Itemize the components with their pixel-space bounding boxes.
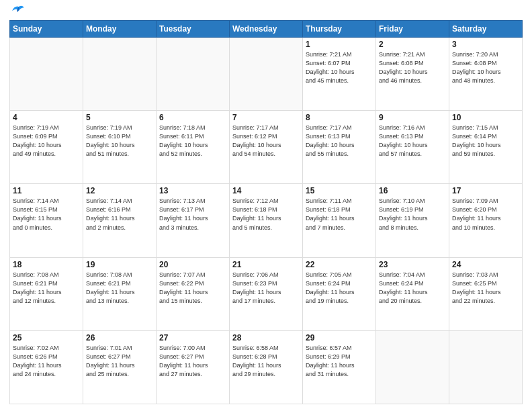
- day-info: Sunrise: 7:08 AM Sunset: 6:21 PM Dayligh…: [86, 271, 153, 306]
- day-info: Sunrise: 7:08 AM Sunset: 6:21 PM Dayligh…: [13, 271, 80, 306]
- day-info: Sunrise: 7:14 AM Sunset: 6:16 PM Dayligh…: [86, 197, 153, 232]
- calendar-cell: [10, 38, 83, 111]
- day-number: 21: [232, 260, 300, 269]
- calendar-cell: 3Sunrise: 7:20 AM Sunset: 6:08 PM Daylig…: [449, 38, 523, 111]
- day-number: 16: [379, 186, 446, 195]
- calendar-cell: 15Sunrise: 7:11 AM Sunset: 6:18 PM Dayli…: [303, 184, 376, 257]
- calendar-cell: 11Sunrise: 7:14 AM Sunset: 6:15 PM Dayli…: [10, 184, 83, 257]
- day-number: 11: [13, 186, 80, 195]
- logo: [9, 9, 26, 16]
- day-info: Sunrise: 7:03 AM Sunset: 6:25 PM Dayligh…: [452, 271, 519, 306]
- calendar-cell: 9Sunrise: 7:16 AM Sunset: 6:13 PM Daylig…: [376, 111, 449, 184]
- calendar-cell: 17Sunrise: 7:09 AM Sunset: 6:20 PM Dayli…: [449, 184, 523, 257]
- day-info: Sunrise: 7:06 AM Sunset: 6:23 PM Dayligh…: [232, 271, 300, 306]
- weekday-header-row: SundayMondayTuesdayWednesdayThursdayFrid…: [10, 21, 523, 38]
- day-info: Sunrise: 7:20 AM Sunset: 6:08 PM Dayligh…: [452, 50, 519, 85]
- week-row-4: 25Sunrise: 7:02 AM Sunset: 6:26 PM Dayli…: [10, 330, 523, 404]
- week-row-0: 1Sunrise: 7:21 AM Sunset: 6:07 PM Daylig…: [10, 38, 523, 111]
- calendar-cell: 23Sunrise: 7:04 AM Sunset: 6:24 PM Dayli…: [376, 257, 449, 330]
- calendar-cell: 21Sunrise: 7:06 AM Sunset: 6:23 PM Dayli…: [230, 257, 303, 330]
- day-number: 10: [452, 113, 519, 122]
- calendar-cell: 29Sunrise: 6:57 AM Sunset: 6:29 PM Dayli…: [303, 330, 376, 404]
- calendar-cell: 24Sunrise: 7:03 AM Sunset: 6:25 PM Dayli…: [449, 257, 523, 330]
- calendar-cell: 22Sunrise: 7:05 AM Sunset: 6:24 PM Dayli…: [303, 257, 376, 330]
- week-row-2: 11Sunrise: 7:14 AM Sunset: 6:15 PM Dayli…: [10, 184, 523, 257]
- day-info: Sunrise: 7:12 AM Sunset: 6:18 PM Dayligh…: [232, 197, 300, 232]
- calendar-cell: 19Sunrise: 7:08 AM Sunset: 6:21 PM Dayli…: [83, 257, 157, 330]
- calendar-cell: 28Sunrise: 6:58 AM Sunset: 6:28 PM Dayli…: [230, 330, 303, 404]
- day-info: Sunrise: 7:18 AM Sunset: 6:11 PM Dayligh…: [159, 124, 226, 158]
- day-number: 13: [159, 186, 226, 195]
- day-number: 24: [452, 260, 519, 269]
- calendar-cell: 14Sunrise: 7:12 AM Sunset: 6:18 PM Dayli…: [230, 184, 303, 257]
- calendar-cell: 7Sunrise: 7:17 AM Sunset: 6:12 PM Daylig…: [230, 111, 303, 184]
- weekday-header-tuesday: Tuesday: [157, 21, 230, 38]
- logo-bird-icon: [11, 4, 26, 16]
- calendar-cell: 18Sunrise: 7:08 AM Sunset: 6:21 PM Dayli…: [10, 257, 83, 330]
- day-info: Sunrise: 7:09 AM Sunset: 6:20 PM Dayligh…: [452, 197, 519, 232]
- day-number: 27: [159, 333, 226, 342]
- day-number: 12: [86, 186, 153, 195]
- calendar-cell: 8Sunrise: 7:17 AM Sunset: 6:13 PM Daylig…: [303, 111, 376, 184]
- weekday-header-monday: Monday: [83, 21, 157, 38]
- week-row-3: 18Sunrise: 7:08 AM Sunset: 6:21 PM Dayli…: [10, 257, 523, 330]
- day-info: Sunrise: 7:00 AM Sunset: 6:27 PM Dayligh…: [159, 344, 226, 379]
- calendar-cell: 27Sunrise: 7:00 AM Sunset: 6:27 PM Dayli…: [157, 330, 230, 404]
- calendar-cell: [83, 38, 157, 111]
- weekday-header-saturday: Saturday: [449, 21, 523, 38]
- day-number: 25: [13, 333, 80, 342]
- calendar-cell: 13Sunrise: 7:13 AM Sunset: 6:17 PM Dayli…: [157, 184, 230, 257]
- day-number: 18: [13, 260, 80, 269]
- day-info: Sunrise: 7:21 AM Sunset: 6:08 PM Dayligh…: [379, 50, 446, 85]
- calendar-cell: 5Sunrise: 7:19 AM Sunset: 6:10 PM Daylig…: [83, 111, 157, 184]
- day-info: Sunrise: 7:21 AM Sunset: 6:07 PM Dayligh…: [306, 50, 373, 85]
- calendar-cell: [157, 38, 230, 111]
- weekday-header-thursday: Thursday: [303, 21, 376, 38]
- calendar-cell: [376, 330, 449, 404]
- day-number: 6: [159, 113, 226, 122]
- page: SundayMondayTuesdayWednesdayThursdayFrid…: [0, 0, 532, 411]
- weekday-header-wednesday: Wednesday: [230, 21, 303, 38]
- day-number: 1: [306, 40, 373, 49]
- day-number: 23: [379, 260, 446, 269]
- header: [9, 7, 523, 16]
- calendar-cell: 2Sunrise: 7:21 AM Sunset: 6:08 PM Daylig…: [376, 38, 449, 111]
- day-number: 26: [86, 333, 153, 342]
- calendar-cell: [230, 38, 303, 111]
- day-info: Sunrise: 7:17 AM Sunset: 6:13 PM Dayligh…: [306, 124, 373, 158]
- calendar-cell: [449, 330, 523, 404]
- day-info: Sunrise: 7:10 AM Sunset: 6:19 PM Dayligh…: [379, 197, 446, 232]
- day-info: Sunrise: 7:04 AM Sunset: 6:24 PM Dayligh…: [379, 271, 446, 306]
- day-number: 19: [86, 260, 153, 269]
- day-number: 17: [452, 186, 519, 195]
- day-info: Sunrise: 7:15 AM Sunset: 6:14 PM Dayligh…: [452, 124, 519, 158]
- day-info: Sunrise: 7:17 AM Sunset: 6:12 PM Dayligh…: [232, 124, 300, 158]
- day-number: 20: [159, 260, 226, 269]
- calendar-table: SundayMondayTuesdayWednesdayThursdayFrid…: [9, 20, 523, 404]
- day-info: Sunrise: 7:02 AM Sunset: 6:26 PM Dayligh…: [13, 344, 80, 379]
- calendar-cell: 4Sunrise: 7:19 AM Sunset: 6:09 PM Daylig…: [10, 111, 83, 184]
- day-info: Sunrise: 7:13 AM Sunset: 6:17 PM Dayligh…: [159, 197, 226, 232]
- day-info: Sunrise: 7:14 AM Sunset: 6:15 PM Dayligh…: [13, 197, 80, 232]
- day-info: Sunrise: 7:11 AM Sunset: 6:18 PM Dayligh…: [306, 197, 373, 232]
- day-number: 14: [232, 186, 300, 195]
- day-number: 3: [452, 40, 519, 49]
- weekday-header-sunday: Sunday: [10, 21, 83, 38]
- day-info: Sunrise: 7:05 AM Sunset: 6:24 PM Dayligh…: [306, 271, 373, 306]
- day-number: 2: [379, 40, 446, 49]
- day-info: Sunrise: 6:57 AM Sunset: 6:29 PM Dayligh…: [306, 344, 373, 379]
- day-number: 5: [86, 113, 153, 122]
- day-number: 28: [232, 333, 300, 342]
- calendar-cell: 26Sunrise: 7:01 AM Sunset: 6:27 PM Dayli…: [83, 330, 157, 404]
- day-info: Sunrise: 7:07 AM Sunset: 6:22 PM Dayligh…: [159, 271, 226, 306]
- day-number: 9: [379, 113, 446, 122]
- day-number: 22: [306, 260, 373, 269]
- calendar-cell: 10Sunrise: 7:15 AM Sunset: 6:14 PM Dayli…: [449, 111, 523, 184]
- day-info: Sunrise: 7:19 AM Sunset: 6:10 PM Dayligh…: [86, 124, 153, 158]
- calendar-cell: 20Sunrise: 7:07 AM Sunset: 6:22 PM Dayli…: [157, 257, 230, 330]
- day-number: 4: [13, 113, 80, 122]
- day-number: 8: [306, 113, 373, 122]
- calendar-cell: 25Sunrise: 7:02 AM Sunset: 6:26 PM Dayli…: [10, 330, 83, 404]
- day-number: 15: [306, 186, 373, 195]
- calendar-cell: 6Sunrise: 7:18 AM Sunset: 6:11 PM Daylig…: [157, 111, 230, 184]
